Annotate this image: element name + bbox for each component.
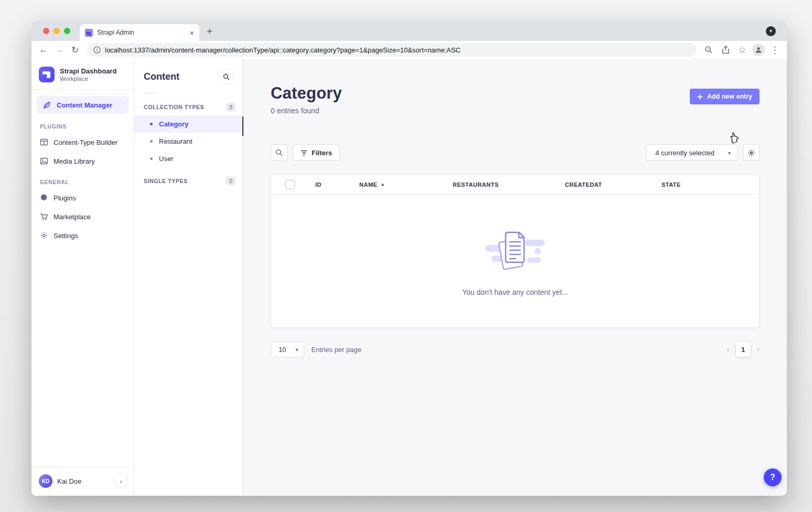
tab-close-icon[interactable]: ×	[189, 29, 194, 37]
select-all-checkbox[interactable]	[285, 180, 295, 189]
collection-type-category[interactable]: Category	[134, 115, 243, 133]
plus-icon	[697, 94, 703, 100]
sidebar-item-content-manager[interactable]: Content Manager	[37, 96, 129, 114]
pagination-bar: 10 ▾ Entries per page ‹ 1 ›	[271, 342, 760, 357]
collection-type-restaurant[interactable]: Restaurant	[134, 133, 243, 150]
fields-selected-value: 4 currently selected	[655, 149, 714, 157]
feather-pen-icon	[43, 101, 51, 109]
user-row: KD Kai Doe ‹	[31, 467, 134, 496]
chevron-down-icon: ▾	[728, 150, 731, 156]
sidebar-item-plugins[interactable]: Plugins	[31, 188, 134, 207]
user-name: Kai Doe	[57, 477, 110, 485]
sidebar-section-plugins: PLUGINS	[31, 115, 134, 133]
page-size-dropdown[interactable]: 10 ▾	[271, 342, 304, 357]
reload-button[interactable]: ↻	[68, 43, 82, 57]
gear-icon	[747, 149, 755, 157]
sidebar-item-marketplace[interactable]: Marketplace	[31, 207, 134, 226]
column-header-state[interactable]: STATE	[661, 182, 759, 188]
traffic-lights	[43, 28, 70, 34]
sidebar-item-label: Settings	[54, 232, 78, 240]
cart-icon	[40, 212, 48, 221]
empty-state: You don't have any content yet...	[271, 195, 759, 327]
column-header-createdat[interactable]: CREATEDAT	[565, 182, 661, 188]
column-header-restaurants[interactable]: RESTAURANTS	[453, 182, 565, 188]
column-header-id[interactable]: ID	[315, 182, 359, 188]
page-number-button[interactable]: 1	[736, 342, 751, 357]
empty-state-text: You don't have any content yet...	[462, 288, 568, 296]
main-content: Category 0 entries found Add new entry	[243, 59, 787, 496]
single-types-header: SINGLE TYPES 0	[134, 167, 243, 189]
site-info-icon[interactable]	[93, 46, 101, 54]
table-header-row: ID NAME ▲ RESTAURANTS CREATEDAT STATE	[271, 175, 759, 195]
page-title: Category	[271, 84, 342, 103]
entries-per-page-label: Entries per page	[312, 346, 361, 354]
zoom-icon[interactable]	[702, 43, 715, 57]
sidebar-item-label: Marketplace	[54, 213, 91, 221]
browser-tab[interactable]: Strapi Admin ×	[80, 24, 199, 41]
back-button[interactable]: ←	[37, 43, 50, 57]
fields-selected-dropdown[interactable]: 4 currently selected ▾	[646, 144, 738, 161]
collection-type-label: User	[159, 155, 173, 163]
collection-type-label: Category	[159, 120, 188, 128]
next-page-button[interactable]: ›	[757, 345, 760, 354]
help-button[interactable]: ?	[764, 468, 782, 486]
collection-types-header: COLLECTION TYPES 3	[134, 93, 243, 115]
filters-label: Filters	[312, 149, 332, 157]
filters-button[interactable]: Filters	[293, 144, 340, 161]
sidebar-item-label: Media Library	[54, 157, 95, 165]
bookmark-star-icon[interactable]: ☆	[735, 43, 749, 57]
content-panel: Content COLLECTION TYPES 3 Category	[134, 59, 243, 496]
close-window-button[interactable]	[43, 28, 49, 34]
new-tab-button[interactable]: +	[207, 26, 212, 36]
content-search-button[interactable]	[219, 69, 233, 84]
column-header-name[interactable]: NAME ▲	[359, 182, 453, 188]
collection-types-label: COLLECTION TYPES	[144, 104, 204, 110]
sort-asc-icon: ▲	[380, 182, 384, 187]
bullet-icon	[150, 157, 153, 160]
sidebar-section-general: GENERAL	[31, 170, 134, 188]
bullet-icon	[150, 140, 153, 143]
workspace-brand[interactable]: Strapi Dashboard Workplace	[31, 59, 134, 90]
main-sidebar: Strapi Dashboard Workplace Content Manag…	[31, 59, 134, 496]
sidebar-item-content-type-builder[interactable]: Content-Type Builder	[31, 133, 134, 152]
sidebar-item-label: Content Manager	[57, 101, 112, 109]
search-icon	[223, 73, 230, 80]
browser-menu-icon[interactable]: ⋮	[768, 43, 782, 57]
browser-badge-icon[interactable]: ▼	[766, 26, 776, 36]
content-panel-title: Content	[144, 71, 179, 82]
chevron-down-icon: ▾	[295, 347, 298, 353]
strapi-logo-icon	[39, 67, 55, 82]
mouse-cursor-icon	[729, 132, 741, 146]
minimize-window-button[interactable]	[54, 28, 60, 34]
url-bar[interactable]: localhost:1337/admin/content-manager/col…	[87, 43, 697, 57]
share-icon[interactable]	[719, 43, 732, 57]
add-new-entry-button[interactable]: Add new entry	[690, 89, 760, 104]
entries-table: ID NAME ▲ RESTAURANTS CREATEDAT STATE	[271, 174, 760, 328]
table-search-button[interactable]	[271, 144, 287, 161]
sidebar-item-settings[interactable]: Settings	[31, 226, 134, 245]
single-types-count-badge: 0	[226, 177, 236, 185]
single-types-label: SINGLE TYPES	[144, 178, 188, 184]
gear-icon	[40, 231, 48, 240]
bullet-icon	[150, 123, 153, 125]
forward-button[interactable]: →	[52, 43, 66, 57]
filter-icon	[301, 150, 307, 156]
previous-page-button[interactable]: ‹	[726, 345, 729, 354]
maximize-window-button[interactable]	[64, 28, 70, 34]
toolbar-right: ☆ ⋮	[702, 43, 782, 57]
collapse-sidebar-button[interactable]: ‹	[115, 475, 127, 487]
url-text: localhost:1337/admin/content-manager/col…	[105, 46, 461, 54]
sidebar-item-media-library[interactable]: Media Library	[31, 152, 134, 170]
empty-documents-illustration	[483, 226, 547, 276]
table-settings-button[interactable]	[743, 144, 760, 161]
browser-profile-avatar[interactable]	[752, 44, 765, 56]
collection-type-user[interactable]: User	[134, 150, 243, 167]
user-avatar[interactable]: KD	[39, 474, 52, 488]
workspace-title: Strapi Dashboard	[60, 67, 116, 76]
strapi-app: Strapi Dashboard Workplace Content Manag…	[31, 59, 787, 496]
collection-type-label: Restaurant	[159, 137, 193, 145]
puzzle-icon	[40, 194, 48, 202]
add-new-entry-label: Add new entry	[707, 93, 752, 100]
page-size-value: 10	[279, 346, 286, 354]
sidebar-item-label: Content-Type Builder	[54, 138, 117, 146]
